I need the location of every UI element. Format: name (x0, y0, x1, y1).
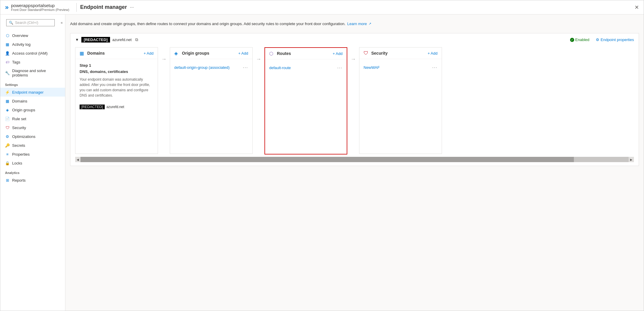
search-input[interactable] (15, 21, 52, 25)
security-card-icon: 🛡 (364, 51, 369, 56)
scroll-right-button[interactable]: ▶ (629, 157, 634, 162)
main-content: Add domains and create origin groups, th… (65, 14, 644, 311)
header: » powerappsportalsetup Front Door Standa… (0, 0, 644, 14)
sidebar-item-properties[interactable]: ≡ Properties (0, 150, 65, 159)
sidebar-item-origin-groups[interactable]: ◈ Origin groups (0, 105, 65, 114)
sidebar-item-diagnose[interactable]: 🔧 Diagnose and solve problems (0, 66, 65, 79)
iam-icon: 👤 (5, 51, 10, 56)
arrow-1: → (158, 47, 170, 62)
sidebar-item-label: Origin groups (12, 108, 35, 112)
sidebar-item-locks[interactable]: 🔒 Locks (0, 159, 65, 167)
sidebar-item-label: Locks (12, 161, 22, 165)
sidebar-item-access-control[interactable]: 👤 Access control (IAM) (0, 49, 65, 58)
domains-card-title: Domains (87, 51, 141, 56)
header-divider (76, 3, 77, 12)
endpoint-header: ▼ [REDACTED] azurefd.net ⧉ Enabled ⚙ (75, 37, 634, 43)
reports-icon: ⊞ (5, 178, 10, 183)
scroll-track[interactable] (80, 157, 629, 162)
properties-icon: ≡ (5, 152, 10, 157)
sidebar-item-label: Overview (12, 33, 28, 38)
sidebar-item-label: Diagnose and solve problems (12, 69, 60, 77)
scroll-thumb[interactable] (80, 157, 574, 162)
security-icon: 🛡 (5, 125, 10, 130)
security-card: 🛡 Security + Add NewWAF ··· (359, 47, 442, 154)
sidebar-collapse-button[interactable]: « (61, 21, 63, 25)
endpoint-properties-text: Endpoint properties (601, 38, 634, 42)
sidebar-item-overview[interactable]: ⬡ Overview (0, 31, 65, 40)
origin-groups-icon: ◈ (5, 108, 10, 112)
origin-group-name[interactable]: default-origin-group (associated) (174, 65, 230, 70)
copy-endpoint-button[interactable]: ⧉ (135, 37, 138, 42)
endpoint-properties-link[interactable]: ⚙ Endpoint properties (596, 38, 634, 42)
header-more-button[interactable]: ··· (130, 5, 134, 10)
sidebar-item-domains[interactable]: ▦ Domains (0, 97, 65, 105)
sidebar-item-label: Optimizations (12, 134, 35, 139)
sidebar-item-label: Properties (12, 152, 30, 157)
sidebar-item-reports[interactable]: ⊞ Reports (0, 176, 65, 185)
header-app-info: powerappsportalsetup Front Door Standard… (11, 3, 69, 12)
security-policy-name[interactable]: NewWAF (364, 65, 380, 70)
main-layout: 🔍 « ⬡ Overview ▦ Activity log 👤 Access c… (0, 14, 644, 311)
endpoint-name-block: [REDACTED] azurefd.net ⧉ (81, 37, 138, 43)
horizontal-scrollbar[interactable]: ◀ ▶ (75, 157, 634, 162)
endpoint-status: Enabled ⚙ Endpoint properties (570, 38, 634, 42)
info-text: Add domains and create origin groups, th… (70, 22, 346, 26)
sidebar-item-label: Rule set (12, 117, 26, 121)
tags-icon: 🏷 (5, 60, 10, 64)
origin-group-more-button[interactable]: ··· (243, 65, 248, 70)
domains-description: Your endpoint domain was automatically a… (80, 77, 154, 98)
routes-card-body: default-route ··· (265, 59, 347, 154)
scroll-left-button[interactable]: ◀ (75, 157, 80, 162)
endpoint-manager-icon: ⚡ (5, 90, 10, 95)
sidebar-item-label: Secrets (12, 143, 25, 148)
security-more-button[interactable]: ··· (432, 65, 438, 70)
route-name[interactable]: default-route (269, 66, 291, 70)
security-card-body: NewWAF ··· (359, 59, 442, 154)
routes-card-icon: ⬡ (269, 51, 275, 56)
sidebar-item-security[interactable]: 🛡 Security (0, 123, 65, 132)
origin-groups-card-title: Origin groups (182, 51, 236, 56)
cards-grid: ▦ Domains + Add Step 1 DNS, domains, cer… (75, 47, 634, 154)
domain-suffix: azurefd.net (106, 105, 124, 109)
sidebar-item-label: Tags (12, 60, 20, 64)
close-button[interactable]: ✕ (635, 4, 639, 11)
logo-icon: » (5, 4, 9, 11)
domains-card-body: Step 1 DNS, domains, certificates Your e… (75, 59, 158, 154)
endpoint-name: [REDACTED] (81, 37, 110, 43)
routes-card-title: Routes (277, 51, 330, 56)
sidebar-item-optimizations[interactable]: ⚙ Optimizations (0, 132, 65, 141)
search-box[interactable]: 🔍 (6, 19, 55, 26)
sidebar-item-secrets[interactable]: 🔑 Secrets (0, 141, 65, 150)
origin-groups-card: ◈ Origin groups + Add default-origin-gro… (170, 47, 253, 154)
analytics-section-label: Analytics (0, 167, 65, 176)
arrow-2: → (253, 47, 264, 62)
route-list-item: default-route ··· (269, 63, 343, 72)
rule-set-icon: 📄 (5, 116, 10, 121)
sidebar-item-label: Reports (12, 178, 26, 183)
sidebar-item-rule-set[interactable]: 📄 Rule set (0, 114, 65, 123)
routes-add-button[interactable]: + Add (333, 51, 343, 56)
sidebar-item-activity-log[interactable]: ▦ Activity log (0, 40, 65, 49)
properties-sliders-icon: ⚙ (596, 38, 599, 42)
security-add-button[interactable]: + Add (427, 51, 438, 56)
routes-card: ⬡ Routes + Add default-route ··· (264, 47, 347, 154)
origin-groups-card-icon: ◈ (174, 51, 180, 56)
sidebar-item-tags[interactable]: 🏷 Tags (0, 58, 65, 66)
sidebar-item-label: Activity log (12, 42, 30, 47)
status-enabled-label: Enabled (570, 38, 590, 42)
endpoint-panel: ▼ [REDACTED] azurefd.net ⧉ Enabled ⚙ (70, 33, 639, 166)
sidebar: 🔍 « ⬡ Overview ▦ Activity log 👤 Access c… (0, 14, 65, 311)
origin-groups-card-body: default-origin-group (associated) ··· (170, 59, 252, 154)
origin-group-list-item: default-origin-group (associated) ··· (174, 63, 248, 71)
search-row: 🔍 « (0, 17, 65, 29)
overview-icon: ⬡ (5, 33, 10, 38)
domains-add-button[interactable]: + Add (143, 51, 154, 56)
activity-log-icon: ▦ (5, 42, 10, 47)
external-link-icon: ↗ (369, 22, 371, 26)
learn-more-link[interactable]: Learn more (347, 22, 367, 26)
route-more-button[interactable]: ··· (337, 65, 343, 70)
sidebar-item-label: Security (12, 126, 26, 130)
origin-groups-add-button[interactable]: + Add (238, 51, 248, 56)
sidebar-item-endpoint-manager[interactable]: ⚡ Endpoint manager (0, 88, 65, 97)
collapse-endpoint-button[interactable]: ▼ (75, 38, 79, 42)
